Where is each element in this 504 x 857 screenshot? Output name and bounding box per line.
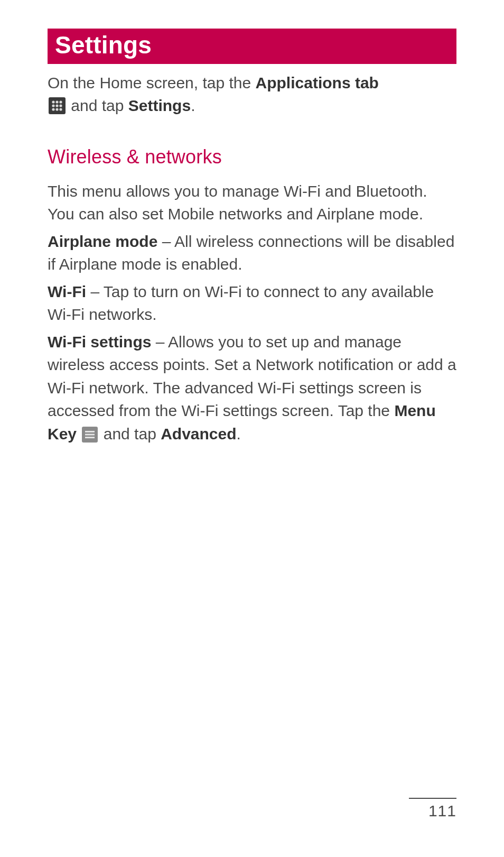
svg-point-9 (59, 108, 62, 110)
advanced-label: Advanced (161, 425, 236, 443)
wifi-settings-text-c: . (237, 425, 241, 443)
svg-rect-11 (85, 431, 95, 432)
paragraph-wifi-settings: Wi-Fi settings – Allows you to set up an… (48, 330, 456, 446)
manual-page: Settings On the Home screen, tap the App… (0, 0, 504, 857)
wifi-settings-label: Wi-Fi settings (48, 333, 151, 351)
svg-rect-12 (85, 434, 95, 435)
svg-point-3 (59, 100, 62, 103)
applications-tab-label: Applications tab (256, 74, 379, 91)
section-heading-wireless-networks: Wireless & networks (48, 146, 456, 168)
airplane-mode-label: Airplane mode (48, 233, 157, 250)
page-title: Settings (48, 29, 456, 64)
wifi-settings-text-b: and tap (99, 425, 161, 443)
wifi-label: Wi-Fi (48, 283, 86, 300)
svg-point-1 (52, 100, 54, 103)
svg-point-4 (52, 104, 54, 107)
intro-text-pre: On the Home screen, tap the (48, 74, 256, 91)
svg-rect-13 (85, 437, 95, 438)
svg-point-2 (55, 100, 58, 103)
intro-text-post: . (191, 97, 195, 114)
svg-point-8 (55, 108, 58, 110)
page-number: 111 (409, 802, 456, 820)
intro-paragraph: On the Home screen, tap the Applications… (48, 71, 456, 117)
page-number-rule (409, 798, 456, 799)
svg-point-7 (52, 108, 54, 110)
svg-point-6 (59, 104, 62, 107)
svg-point-5 (55, 104, 58, 107)
applications-grid-icon (49, 97, 66, 114)
paragraph-overview: This menu allows you to manage Wi-Fi and… (48, 180, 456, 226)
wifi-text: – Tap to turn on Wi-Fi to connect to any… (48, 283, 434, 324)
menu-key-icon (82, 426, 98, 441)
settings-label: Settings (128, 97, 191, 114)
page-number-block: 111 (409, 798, 456, 820)
paragraph-wifi: Wi-Fi – Tap to turn on Wi-Fi to connect … (48, 280, 456, 326)
paragraph-airplane-mode: Airplane mode – All wireless connections… (48, 230, 456, 276)
intro-text-mid: and tap (67, 97, 128, 114)
